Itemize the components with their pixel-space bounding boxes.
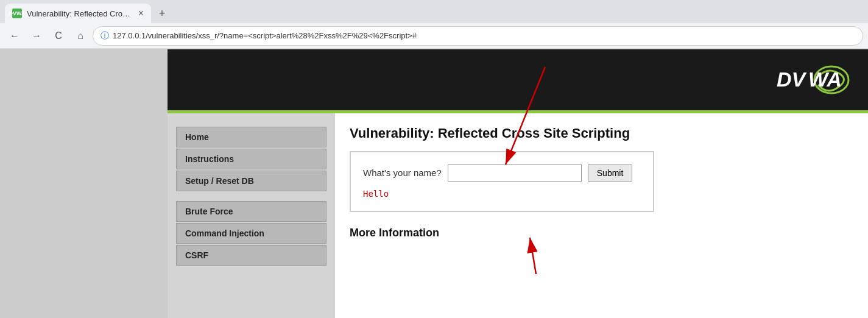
left-panel <box>0 49 168 318</box>
right-side: DV WA Home Instructions Setup / Reset DB <box>168 49 868 318</box>
sidebar-item-home[interactable]: Home <box>176 127 326 147</box>
xss-form-box: What's your name? Submit Hello <box>350 151 654 212</box>
main-content: Vulnerability: Reflected Cross Site Scri… <box>335 113 868 318</box>
tab-favicon: DVWA <box>12 9 22 18</box>
tab-close-button[interactable]: × <box>138 8 144 19</box>
tab-bar: DVWA Vulnerability: Reflected Cross S × … <box>0 0 868 23</box>
active-tab[interactable]: DVWA Vulnerability: Reflected Cross S × <box>5 4 151 23</box>
submit-button[interactable]: Submit <box>588 164 633 182</box>
svg-text:WA: WA <box>808 68 842 91</box>
sidebar-item-command-injection[interactable]: Command Injection <box>176 223 326 244</box>
more-info-title: More Information <box>350 227 853 239</box>
name-input[interactable] <box>448 164 582 182</box>
back-button[interactable]: ← <box>5 26 24 46</box>
sidebar-item-setup[interactable]: Setup / Reset DB <box>176 171 326 191</box>
new-tab-button[interactable]: + <box>153 5 171 22</box>
sidebar-item-instructions[interactable]: Instructions <box>176 149 326 169</box>
dvwa-logo-svg: DV WA <box>777 63 850 97</box>
reload-button[interactable]: C <box>49 26 68 46</box>
sidebar-bottom-section: Brute Force Command Injection CSRF <box>168 201 335 266</box>
lock-icon: ⓘ <box>101 30 109 41</box>
sidebar-item-brute-force[interactable]: Brute Force <box>176 201 326 222</box>
nav-bar: ← → C ⌂ ⓘ 127.0.0.1/vulnerabilities/xss_… <box>0 23 868 49</box>
url-text: 127.0.0.1/vulnerabilities/xss_r/?name=<s… <box>113 31 417 40</box>
sidebar-item-csrf[interactable]: CSRF <box>176 245 326 266</box>
form-row: What's your name? Submit <box>363 164 641 182</box>
sidebar: Home Instructions Setup / Reset DB Brute… <box>168 113 335 318</box>
hello-text: Hello <box>363 189 641 199</box>
forward-button[interactable]: → <box>27 26 46 46</box>
home-button[interactable]: ⌂ <box>71 26 90 46</box>
dvwa-header: DV WA <box>168 49 868 110</box>
page-title: Vulnerability: Reflected Cross Site Scri… <box>350 125 853 141</box>
svg-text:DV: DV <box>777 68 808 91</box>
address-bar[interactable]: ⓘ 127.0.0.1/vulnerabilities/xss_r/?name=… <box>93 26 863 46</box>
dvwa-logo: DV WA <box>777 63 850 97</box>
sidebar-top-section: Home Instructions Setup / Reset DB <box>168 127 335 191</box>
form-label: What's your name? <box>363 168 442 178</box>
content-wrapper: Home Instructions Setup / Reset DB Brute… <box>168 113 868 318</box>
tab-title: Vulnerability: Reflected Cross S <box>27 9 133 18</box>
page-content: DV WA Home Instructions Setup / Reset DB <box>0 49 868 318</box>
